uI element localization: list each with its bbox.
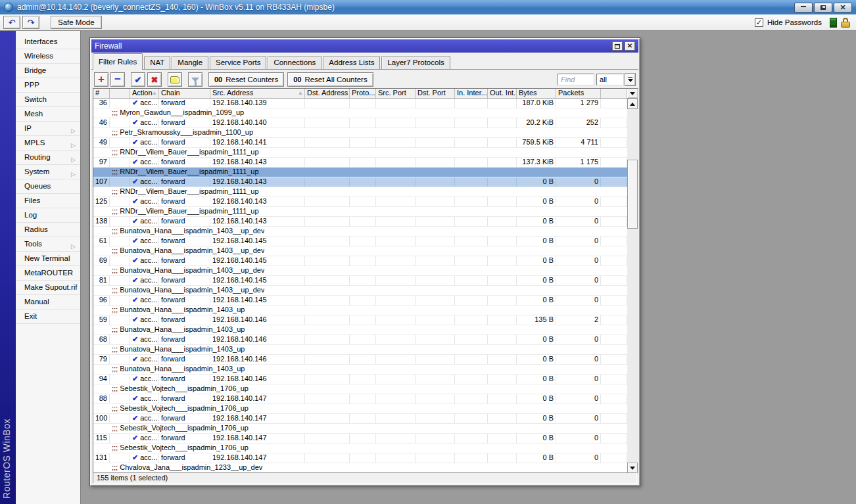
firewall-comment-row[interactable]: ;;; Sebestik_Vojtech___ispadmin_1706_up [93,384,627,394]
vertical-scrollbar[interactable] [627,99,638,473]
firewall-comment-row[interactable]: ;;; Sebestik_Vojtech___ispadmin_1706_up [93,404,627,414]
scrollbar-thumb[interactable] [627,160,638,229]
filter-button[interactable] [188,72,202,87]
sidebar-item-metarouter[interactable]: MetaROUTER [16,266,80,281]
sidebar-item-exit[interactable]: Exit [16,309,80,324]
sidebar-item-mpls[interactable]: MPLS▷ [16,136,80,150]
firewall-comment-row[interactable]: ;;; RNDr__Vilem_Bauer___ispadmin_1111_up [93,168,627,177]
sidebar-item-interfaces[interactable]: Interfaces [16,35,80,49]
firewall-rule-row[interactable]: 61✔acc...forward192.168.140.1450 B0 [93,237,627,246]
filter-scope-dropdown-button[interactable] [625,73,636,86]
hide-passwords-checkbox[interactable]: ✓ [755,18,763,27]
column-header-blank[interactable]: # [93,89,110,98]
restore-button[interactable] [814,3,832,12]
remove-rule-button[interactable]: − [110,72,125,87]
column-header-in-inter[interactable]: In. Inter... [455,89,488,98]
firewall-titlebar[interactable]: Firewall ✕ [91,39,638,53]
firewall-rule-row[interactable]: 96✔acc...forward192.168.140.1450 B0 [93,296,627,306]
firewall-comment-row[interactable]: ;;; Bunatova_Hana___ispadmin_1403_up [93,365,627,375]
column-select-button[interactable] [627,89,638,98]
sidebar-item-new-terminal[interactable]: New Terminal [16,252,80,266]
undo-button[interactable]: ↶ [3,16,20,29]
firewall-comment-row[interactable]: ;;; Sebestik_Vojtech___ispadmin_1706_up [93,444,627,453]
firewall-close-button[interactable]: ✕ [625,41,635,51]
sidebar-item-system[interactable]: System▷ [16,165,80,179]
column-header-bytes[interactable]: Bytes [517,89,556,98]
firewall-comment-row[interactable]: ;;; Bunatova_Hana___ispadmin_1403_up [93,325,627,335]
reset-counters-button[interactable]: 00 Reset Counters [208,72,284,87]
firewall-comment-row[interactable]: ;;; Bunatova_Hana___ispadmin_1403__up_de… [93,286,627,296]
enable-rule-button[interactable]: ✔ [131,72,145,87]
minimize-button[interactable] [794,3,813,12]
column-header-src-address[interactable]: Src. Address [210,89,305,98]
tab-service-ports[interactable]: Service Ports [210,56,266,69]
scroll-down-button[interactable] [627,463,638,473]
column-header-packets[interactable]: Packets [556,89,601,98]
sidebar-item-bridge[interactable]: Bridge [16,64,80,78]
firewall-comment-row[interactable]: ;;; RNDr__Vilem_Bauer___ispadmin_1111_up [93,187,627,197]
column-header-dst-port[interactable]: Dst. Port [416,89,455,98]
redo-button[interactable]: ↷ [22,16,39,29]
disable-rule-button[interactable]: ✖ [147,72,162,87]
column-header-blank[interactable] [601,89,627,98]
firewall-comment-row[interactable]: ;;; Bunatova_Hana___ispadmin_1403_up [93,306,627,315]
tab-filter-rules[interactable]: Filter Rules [93,53,143,70]
firewall-rule-row[interactable]: 88✔acc...forward192.168.140.1470 B0 [93,394,627,404]
firewall-rule-row[interactable]: 36✔acc...forward192.168.140.139187.0 KiB… [93,99,627,108]
firewall-comment-row[interactable]: ;;; Sebestik_Vojtech___ispadmin_1706_up [93,424,627,434]
sidebar-item-radius[interactable]: Radius [16,223,80,237]
firewall-rule-row[interactable]: 46✔acc...forward192.168.140.14020.2 KiB2… [93,118,627,128]
firewall-comment-row[interactable]: ;;; Myron_Gawdun___ispadmin_1099_up [93,108,627,118]
sidebar-item-manual[interactable]: Manual [16,295,80,309]
firewall-rule-row[interactable]: 81✔acc...forward192.168.140.1450 B0 [93,276,627,286]
sidebar-item-make-supout-rif[interactable]: Make Supout.rif [16,281,80,295]
firewall-rule-row[interactable]: 115✔acc...forward192.168.140.1470 B0 [93,434,627,444]
firewall-rule-row[interactable]: 125✔acc...forward192.168.140.1430 B0 [93,197,627,207]
close-button[interactable]: ✕ [834,3,852,12]
tab-nat[interactable]: NAT [144,56,170,69]
column-header-chain[interactable]: Chain [159,89,210,98]
tab-address-lists[interactable]: Address Lists [323,56,380,69]
firewall-comment-row[interactable]: ;;; RNDr__Vilem_Bauer___ispadmin_1111_up [93,207,627,217]
comment-button[interactable] [168,72,182,87]
sidebar-item-queues[interactable]: Queues [16,179,80,194]
sidebar-item-switch[interactable]: Switch [16,93,80,107]
firewall-rule-row[interactable]: 94✔acc...forward192.168.140.1460 B0 [93,375,627,384]
column-header-dst-address[interactable]: Dst. Address [305,89,350,98]
sidebar-item-wireless[interactable]: Wireless [16,49,80,64]
firewall-rule-row[interactable]: 107✔acc...forward192.168.140.1430 B0 [93,177,627,187]
column-header-out-int[interactable]: Out. Int... [488,89,517,98]
column-header-action[interactable]: Action [130,89,159,98]
scroll-up-button[interactable] [627,99,638,109]
firewall-comment-row[interactable]: ;;; RNDr__Vilem_Bauer___ispadmin_1111_up [93,148,627,158]
firewall-comment-row[interactable]: ;;; Bunatova_Hana___ispadmin_1403__up_de… [93,246,627,256]
firewall-rule-row[interactable]: 68✔acc...forward192.168.140.1460 B0 [93,335,627,345]
column-header-proto[interactable]: Proto... [350,89,376,98]
sidebar-item-log[interactable]: Log [16,208,80,223]
firewall-rule-row[interactable]: 97✔acc...forward192.168.140.143137.3 KiB… [93,158,627,168]
tab-connections[interactable]: Connections [268,56,321,69]
firewall-rule-row[interactable]: 69✔acc...forward192.168.140.1450 B0 [93,256,627,266]
sidebar-item-tools[interactable]: Tools▷ [16,237,80,252]
tab-layer7-protocols[interactable]: Layer7 Protocols [381,56,450,69]
sidebar-item-ppp[interactable]: PPP [16,78,80,93]
firewall-comment-row[interactable]: ;;; Petr_Skramoussky___ispadmin_1100_up [93,128,627,138]
sidebar-item-ip[interactable]: IP▷ [16,122,80,136]
add-rule-button[interactable]: + [94,72,108,87]
firewall-rule-row[interactable]: 49✔acc...forward192.168.140.141759.5 KiB… [93,138,627,148]
column-header-src-port[interactable]: Src. Port [376,89,416,98]
firewall-rule-row[interactable]: 59✔acc...forward192.168.140.146135 B2 [93,315,627,325]
sidebar-item-routing[interactable]: Routing▷ [16,150,80,165]
sidebar-item-files[interactable]: Files [16,194,80,208]
firewall-maximize-button[interactable] [612,41,623,51]
firewall-comment-row[interactable]: ;;; Bunatova_Hana___ispadmin_1403__up_de… [93,227,627,237]
find-input[interactable] [558,74,594,85]
firewall-comment-row[interactable]: ;;; Chvalova_Jana___ispadmin_1233__up_de… [93,463,627,473]
firewall-rule-row[interactable]: 79✔acc...forward192.168.140.1460 B0 [93,355,627,365]
filter-scope-combobox[interactable]: all [596,74,624,85]
firewall-comment-row[interactable]: ;;; Bunatova_Hana___ispadmin_1403__up_de… [93,266,627,276]
firewall-rule-row[interactable]: 100✔acc...forward192.168.140.1470 B0 [93,414,627,424]
firewall-rule-row[interactable]: 138✔acc...forward192.168.140.1430 B0 [93,217,627,227]
firewall-rule-row[interactable]: 131✔acc...forward192.168.140.1470 B0 [93,453,627,463]
firewall-comment-row[interactable]: ;;; Bunatova_Hana___ispadmin_1403_up [93,345,627,355]
